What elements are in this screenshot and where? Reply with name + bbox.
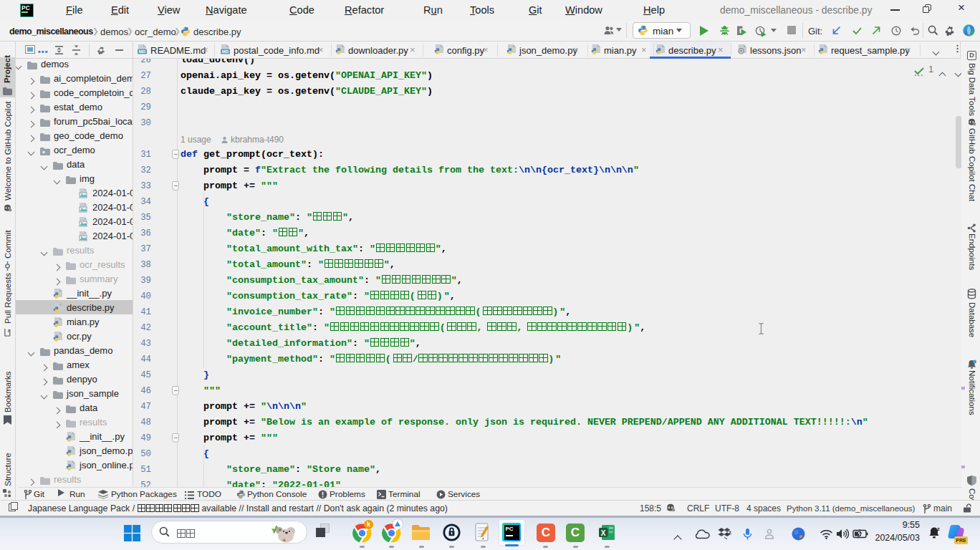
svg-text:MD: MD — [139, 49, 146, 54]
svg-text:z: z — [937, 526, 940, 532]
svg-text:X: X — [601, 529, 606, 537]
svg-text:z: z — [729, 529, 731, 536]
svg-text:MD: MD — [222, 49, 229, 54]
